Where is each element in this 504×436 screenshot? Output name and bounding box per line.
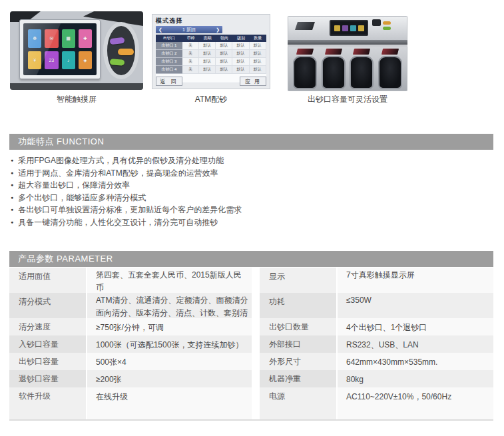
parameter-row: 适用面值第四套、五套全套人民币、2015新版人民币 （可升级拓展兼容多国货币） [9,268,252,293]
atm-column-header: 币种 [182,35,199,42]
parameter-table-left: 适用面值第四套、五套全套人民币、2015新版人民币 （可升级拓展兼容多国货币）清… [9,268,252,419]
parameter-label: 出钞口数量 [260,318,336,335]
green-button [110,59,125,66]
pocket-opening [293,56,317,89]
bullet-icon: ● [11,158,13,162]
output-pocket [349,47,374,91]
atm-cell: 默认 [232,66,249,74]
green-button [383,27,391,30]
pocket-indicator [353,49,370,55]
function-bullet: ●采用FPGA图像处理方式，具有优异的假钞及清分处理功能 [11,155,487,168]
atm-column-header: 出钞口 [156,35,182,42]
atm-table-row: 出钞口 1关默认默认默认默认 [156,42,266,50]
mini-display-icon [334,25,340,31]
atm-column-header: 数量 [250,35,266,42]
pocket-indicator [381,49,399,55]
atm-cell: 默认 [216,58,232,66]
atm-back-button: 返 回 [156,77,182,86]
parameter-row: 外部接口RS232、USB、LAN [260,335,493,353]
atm-cell: 默认 [199,42,216,50]
bullet-icon: ● [11,220,13,224]
vent-slot [295,22,315,30]
parameter-row: 清分模式ATM清分、流通清分、定额清分、面额清分 面向清分、版本清分、清点、计数… [9,293,252,318]
function-bullet-list: ●采用FPGA图像处理方式，具有优异的假钞及清分处理功能●适用于网点、金库清分和… [11,155,487,230]
parameter-label: 显示 [260,268,336,293]
caption-atm-dispense: ATM配钞 [152,94,270,105]
pocket-indicator [296,49,314,55]
orange-button [383,21,391,25]
atm-cell: 默认 [250,50,266,58]
pocket-opening [378,56,402,89]
parameter-label: 电源 [260,387,336,419]
parameter-label: 软件升级 [9,387,86,419]
parameter-row: 清分速度≥750张/分钟，可调 [9,318,252,335]
function-bullet: ●适用于网点、金库清分和ATM配钞，提高现金的运营效率 [11,168,487,180]
atm-cell: 默认 [199,50,216,58]
parameter-value: AC110~220V±10%，50/60Hz [338,387,493,419]
parameter-section-header: 产品参数 PARAMETER [9,251,493,267]
screen-glare [23,23,97,75]
atm-title-bar: 模式选择 [152,15,270,25]
atm-table-header-row: 出钞口币种面额朝向版别数量 [156,35,266,42]
mini-display-icon [358,25,364,31]
parameter-value: ATM清分、流通清分、定额清分、面额清分 面向清分、版本清分、清点、计数、套别清… [87,293,252,318]
chevron-right-icon: ❯ [216,27,220,33]
parameter-label: 外形尺寸 [260,353,336,370]
parameter-row: 入钞口容量1000张（可选配1500张，支持连续加钞） [9,335,252,353]
atm-column-header: 朝向 [216,35,232,42]
function-bullet: ●超大容量出钞口，保障清分效率 [11,180,487,192]
atm-cell: 默认 [216,66,232,74]
atm-cell: 默认 [199,66,216,74]
touchscreen-bezel: ☸✉▦✚¥23♪◈ [19,19,101,79]
parameter-label: 机器净重 [260,370,336,387]
function-bullet: ●具备一键清分功能，人性化交互设计，清分完可自动推钞 [11,217,487,230]
atm-column-header: 面额 [199,35,216,42]
photo-atm-mode-screen: 模式选择 ❮ 1 新旧 ❯ 出钞口币种面额朝向版别数量出钞口 1关默认默认默认默… [152,14,270,89]
parameter-row: 功耗≤350W [260,293,493,318]
bullet-icon: ● [11,170,13,175]
parameter-label: 清分模式 [9,293,86,318]
product-spec-page: ☸✉▦✚¥23♪◈ 模式选择 ❮ 1 新旧 ❯ 出钞口币种面额朝向版别数量出钞口… [0,0,504,436]
parameter-row: 电源AC110~220V±10%，50/60Hz [260,387,493,419]
parameter-row: 退钞口容量≥200张 [9,370,252,387]
parameter-value: 500张×4 [87,353,252,370]
atm-cell: 默认 [199,58,216,66]
parameter-row: 出钞口数量4个出钞口、1个退钞口 [260,318,493,335]
function-bullet: ●各出钞口可单独设置清分标准，更加贴近每个客户的差异化需求 [11,204,487,217]
atm-row-label: 出钞口 3 [156,58,182,66]
atm-apply-button: 应 用 [240,77,266,86]
atm-row-label: 出钞口 4 [156,66,182,74]
atm-cell: 默认 [216,42,232,50]
bullet-text: 各出钞口可单独设置清分标准，更加贴近每个客户的差异化需求 [18,205,242,214]
bullet-text: 适用于网点、金库清分和ATM配钞，提高现金的运营效率 [18,168,218,178]
bullet-text: 采用FPGA图像处理方式，具有优异的假钞及清分处理功能 [18,156,224,165]
machine-pocket-panel [288,47,407,91]
parameter-value: 80kg [338,370,493,387]
output-pocket [321,47,346,91]
function-section-title: 功能特点 FUNCTION [18,136,104,146]
bullet-icon: ● [11,182,13,187]
atm-cell: 默认 [216,50,232,58]
parameter-label: 功耗 [260,293,336,318]
machine-top-panel [288,16,407,40]
photo-output-pockets [288,16,407,91]
parameter-label: 适用面值 [9,268,86,293]
parameter-label: 入钞口容量 [9,335,86,353]
bullet-icon: ● [11,195,13,200]
parameter-row: 显示7寸真彩触摸显示屏 [260,268,493,293]
parameter-value: 在线升级 [87,387,252,419]
atm-cell: 关 [182,50,199,58]
mini-display-icon [342,25,348,31]
parameter-row: 机器净重80kg [260,370,493,387]
parameter-value: ≥200张 [87,370,252,387]
pocket-opening [350,56,374,89]
atm-table-row: 出钞口 4关默认默认默认默认 [156,66,266,74]
caption-pocket-capacity: 出钞口容量可灵活设置 [288,94,407,105]
pocket-indicator [325,49,342,55]
parameter-label: 退钞口容量 [9,370,86,387]
parameter-value: 1000张（可选配1500张，支持连续加钞） [87,335,252,353]
caption-touchscreen: 智能触摸屏 [10,94,143,105]
parameter-value: ≥750张/分钟，可调 [87,318,252,335]
parameter-label: 出钞口容量 [9,353,86,370]
bullet-text: 超大容量出钞口，保障清分效率 [18,180,130,190]
